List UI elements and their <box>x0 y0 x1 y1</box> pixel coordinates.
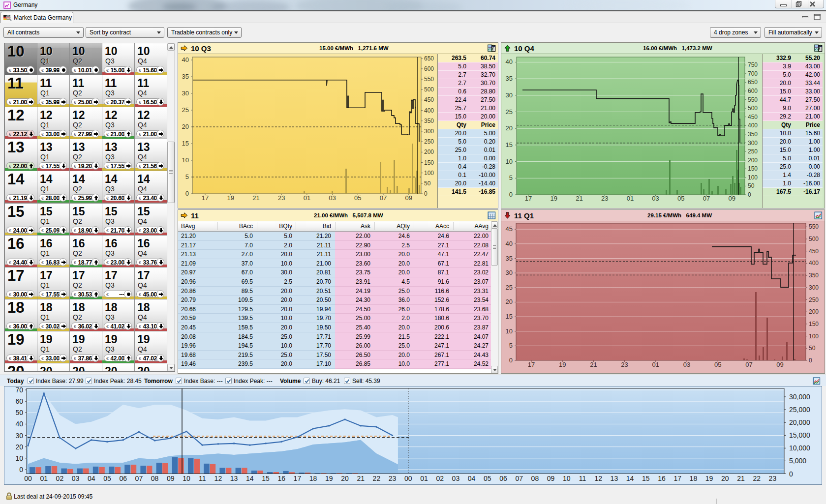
svg-text:09: 09 <box>405 194 412 202</box>
svg-text:10: 10 <box>506 327 513 335</box>
svg-text:25: 25 <box>506 108 513 116</box>
svg-text:20: 20 <box>182 123 189 130</box>
svg-text:16: 16 <box>277 474 285 482</box>
svg-text:05: 05 <box>354 194 361 202</box>
svg-text:30: 30 <box>506 91 513 99</box>
svg-text:21: 21 <box>252 194 259 202</box>
svg-text:50: 50 <box>748 182 755 189</box>
svg-text:03: 03 <box>329 194 336 202</box>
svg-text:20,000: 20,000 <box>789 418 810 426</box>
svg-text:07: 07 <box>135 474 143 482</box>
svg-text:17: 17 <box>528 361 535 368</box>
svg-text:15: 15 <box>262 474 270 482</box>
svg-text:12: 12 <box>594 474 602 482</box>
svg-text:03: 03 <box>683 361 690 368</box>
svg-text:600: 600 <box>424 65 434 72</box>
svg-text:22: 22 <box>373 474 381 482</box>
svg-text:02: 02 <box>56 474 64 482</box>
svg-text:150: 150 <box>748 165 758 172</box>
svg-text:300: 300 <box>424 128 434 135</box>
svg-text:21: 21 <box>357 474 365 482</box>
svg-text:0: 0 <box>809 357 812 364</box>
svg-text:450: 450 <box>424 96 434 103</box>
svg-text:23: 23 <box>278 194 285 202</box>
svg-text:01: 01 <box>40 474 48 482</box>
svg-text:25: 25 <box>182 106 189 114</box>
svg-text:23: 23 <box>621 361 628 368</box>
svg-text:07: 07 <box>380 194 387 202</box>
svg-text:10: 10 <box>563 474 571 482</box>
svg-text:12: 12 <box>214 474 222 482</box>
svg-text:100: 100 <box>424 170 434 177</box>
svg-text:70: 70 <box>15 386 23 394</box>
svg-text:200: 200 <box>748 157 758 164</box>
svg-text:00: 00 <box>24 474 32 482</box>
svg-text:40: 40 <box>506 240 513 247</box>
svg-text:20: 20 <box>721 474 729 482</box>
svg-text:200: 200 <box>809 308 819 315</box>
svg-text:04: 04 <box>468 474 476 482</box>
svg-text:14: 14 <box>626 474 634 482</box>
svg-text:05: 05 <box>103 474 111 482</box>
svg-text:350: 350 <box>748 131 758 138</box>
svg-text:09: 09 <box>547 474 555 482</box>
svg-text:19: 19 <box>325 474 333 482</box>
svg-text:11: 11 <box>579 474 586 482</box>
svg-text:250: 250 <box>748 148 758 155</box>
svg-text:01: 01 <box>420 474 428 482</box>
svg-text:40: 40 <box>15 420 23 428</box>
svg-text:23: 23 <box>769 474 777 482</box>
svg-text:25: 25 <box>506 284 513 291</box>
svg-text:0: 0 <box>424 190 428 197</box>
svg-text:10: 10 <box>506 158 513 165</box>
svg-text:400: 400 <box>809 260 819 267</box>
svg-text:13: 13 <box>611 474 618 482</box>
svg-text:50: 50 <box>15 409 23 416</box>
svg-text:150: 150 <box>809 321 819 327</box>
svg-text:50: 50 <box>424 180 431 187</box>
svg-text:40: 40 <box>182 56 189 63</box>
svg-text:15: 15 <box>182 140 189 147</box>
svg-text:20: 20 <box>15 443 23 451</box>
svg-text:05: 05 <box>714 361 721 368</box>
svg-text:5,000: 5,000 <box>789 457 806 465</box>
svg-text:5: 5 <box>509 342 513 349</box>
svg-text:0: 0 <box>509 356 513 364</box>
svg-text:22: 22 <box>753 474 761 482</box>
svg-text:40: 40 <box>506 58 513 65</box>
svg-text:35: 35 <box>506 75 513 82</box>
svg-text:10: 10 <box>182 156 189 164</box>
svg-text:02: 02 <box>436 474 444 482</box>
svg-text:07: 07 <box>515 474 523 482</box>
svg-text:23: 23 <box>389 474 397 482</box>
svg-text:06: 06 <box>119 474 127 482</box>
svg-text:03: 03 <box>452 474 460 482</box>
svg-text:100: 100 <box>809 333 819 340</box>
svg-text:14: 14 <box>246 474 254 482</box>
svg-text:500: 500 <box>424 86 434 93</box>
svg-text:08: 08 <box>531 474 539 482</box>
svg-text:15: 15 <box>506 141 513 148</box>
svg-text:700: 700 <box>748 70 758 77</box>
svg-text:0: 0 <box>185 190 189 197</box>
svg-text:17: 17 <box>294 474 302 482</box>
svg-text:250: 250 <box>809 296 819 303</box>
svg-text:20: 20 <box>506 124 513 132</box>
svg-text:5: 5 <box>509 174 513 181</box>
svg-text:30: 30 <box>506 269 513 276</box>
svg-text:250: 250 <box>424 138 434 145</box>
svg-text:300: 300 <box>809 284 819 291</box>
svg-text:0: 0 <box>789 470 793 478</box>
svg-text:10,000: 10,000 <box>789 444 810 452</box>
svg-text:550: 550 <box>748 96 758 103</box>
svg-text:0: 0 <box>748 191 751 198</box>
svg-text:450: 450 <box>748 114 758 120</box>
svg-text:04: 04 <box>88 474 95 482</box>
svg-text:18: 18 <box>690 474 698 482</box>
svg-text:350: 350 <box>809 272 819 279</box>
svg-text:03: 03 <box>72 474 80 482</box>
svg-text:25,000: 25,000 <box>789 406 810 414</box>
svg-text:13: 13 <box>230 474 238 482</box>
svg-text:600: 600 <box>748 88 758 94</box>
svg-text:45: 45 <box>506 225 513 233</box>
